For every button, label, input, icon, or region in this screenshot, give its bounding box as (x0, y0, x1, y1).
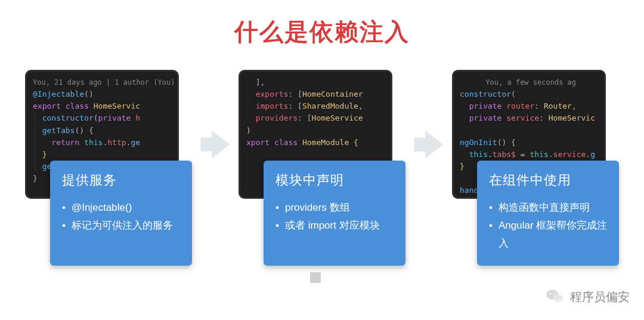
arrow-icon (192, 70, 239, 199)
svg-marker-1 (414, 131, 444, 158)
svg-point-4 (550, 293, 551, 294)
svg-point-6 (556, 297, 558, 298)
watermark-text: 程序员偏安 (570, 289, 630, 305)
svg-marker-0 (201, 131, 230, 158)
column-2: ], exports: [HomeContainer imports: [Sha… (239, 70, 405, 199)
column-1: You, 21 days ago | 1 author (You) @Injec… (25, 70, 192, 199)
card-3-bullet-2: Angular 框架帮你完成注入 (489, 217, 608, 253)
arrow-icon (405, 70, 452, 199)
card-3-bullet-1: 构造函数中直接声明 (489, 199, 608, 217)
card-2-bullets: providers 数组 或者 import 对应模块 (275, 199, 395, 235)
watermark: 程序员偏安 (545, 287, 630, 307)
svg-point-7 (559, 297, 561, 298)
card-2-title: 模块中声明 (275, 171, 395, 189)
card-1-title: 提供服务 (62, 171, 181, 189)
card-2-bullet-1: providers 数组 (275, 199, 395, 217)
card-1-bullet-2: 标记为可供注入的服务 (62, 217, 181, 235)
column-3: You, a few seconds ag constructor( priva… (452, 70, 619, 199)
card-3-title: 在组件中使用 (489, 171, 608, 189)
svg-point-3 (553, 294, 563, 302)
wechat-icon (545, 287, 565, 307)
card-1: 提供服务 @Injectable() 标记为可供注入的服务 (50, 161, 192, 266)
card-3-bullets: 构造函数中直接声明 Angular 框架帮你完成注入 (489, 199, 608, 252)
card-2: 模块中声明 providers 数组 或者 import 对应模块 (264, 161, 405, 266)
page-title: 什么是依赖注入 (0, 0, 644, 48)
content-row: You, 21 days ago | 1 author (You) @Injec… (0, 70, 644, 199)
svg-point-5 (553, 293, 555, 294)
card-3: 在组件中使用 构造函数中直接声明 Angular 框架帮你完成注入 (477, 161, 619, 266)
decorative-square (310, 272, 321, 283)
card-1-bullet-1: @Injectable() (62, 199, 181, 217)
card-2-bullet-2: 或者 import 对应模块 (275, 217, 395, 235)
card-1-bullets: @Injectable() 标记为可供注入的服务 (62, 199, 181, 235)
